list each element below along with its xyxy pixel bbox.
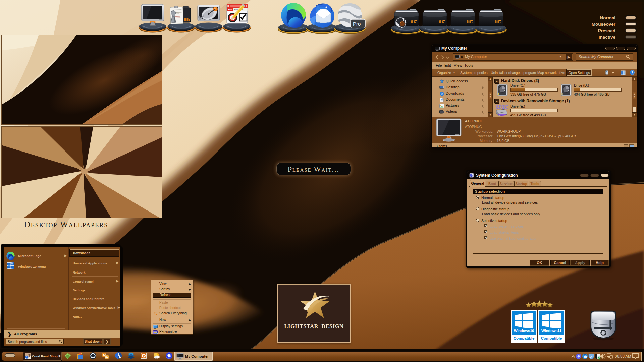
svg-text:File: File — [228, 8, 232, 11]
svg-text:Pro: Pro — [353, 21, 361, 27]
